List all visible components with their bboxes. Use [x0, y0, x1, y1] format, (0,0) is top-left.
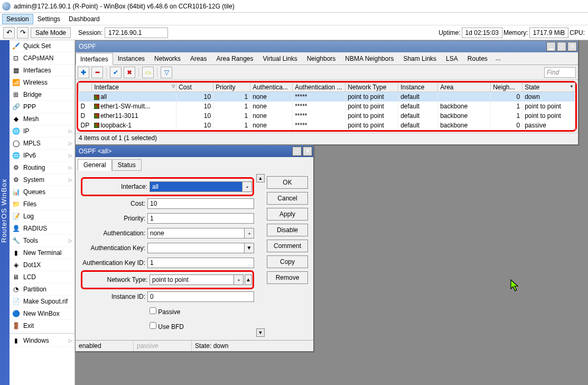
col-header[interactable]: Cost: [176, 83, 213, 92]
sidebar-item-quick-set[interactable]: 🖌️Quick Set: [10, 40, 74, 52]
col-header[interactable]: Network Type: [346, 83, 398, 92]
col-header[interactable]: Instance: [398, 83, 438, 92]
ospf-tab-neighbors[interactable]: Neighbors: [302, 52, 341, 65]
disable-button[interactable]: Disable: [267, 224, 308, 236]
priority-input[interactable]: [147, 213, 254, 224]
sidebar-item-dot1x[interactable]: ◈Dot1X: [10, 259, 74, 271]
sidebar-item-new-terminal[interactable]: ▮New Terminal: [10, 247, 74, 259]
dialog-tab-status[interactable]: Status: [112, 159, 142, 171]
find-input[interactable]: Find: [544, 67, 576, 78]
redo-button[interactable]: ↷: [17, 27, 29, 39]
col-header[interactable]: Area: [438, 83, 491, 92]
remove-button[interactable]: ━: [91, 67, 103, 78]
col-header[interactable]: Priority: [213, 83, 250, 92]
filter-button[interactable]: ▽: [161, 67, 172, 78]
safe-mode-button[interactable]: Safe Mode: [31, 28, 71, 38]
table-row[interactable]: DPloopback-1101none*****point to pointde…: [79, 121, 575, 130]
nettype-input[interactable]: [150, 274, 234, 285]
form-scroll-down-icon[interactable]: ▼: [256, 328, 265, 337]
ok-button[interactable]: OK: [267, 176, 308, 189]
col-header[interactable]: Authentica...: [250, 83, 293, 92]
ospf-tab-area-ranges[interactable]: Area Ranges: [211, 52, 258, 65]
col-header[interactable]: Neigh...: [491, 83, 522, 92]
undo-button[interactable]: ↶: [3, 27, 15, 39]
usebfd-checkbox[interactable]: Use BFD: [150, 322, 184, 331]
cancel-button[interactable]: Cancel: [267, 192, 308, 205]
ospf-tab-interfaces[interactable]: Interfaces: [76, 53, 113, 65]
comment-button[interactable]: ▭: [142, 67, 154, 78]
authkey-expand-icon[interactable]: ▼: [245, 243, 254, 253]
interface-dropdown-icon[interactable]: ⍖: [242, 181, 252, 192]
ospf-tab-virtual-links[interactable]: Virtual Links: [258, 52, 302, 65]
table-row[interactable]: Dether1-SW-mult...101none*****point to p…: [79, 102, 575, 111]
sidebar-item-tools[interactable]: 🔧Tools▷: [10, 235, 74, 247]
sidebar-item-wireless[interactable]: 📶Wireless: [10, 77, 74, 89]
table-row[interactable]: Dether11-3011101none*****point to pointd…: [79, 111, 575, 121]
nettype-up-icon[interactable]: ▲: [245, 274, 252, 285]
maximize-button[interactable]: □: [557, 42, 566, 51]
dialog-titlebar[interactable]: OSPF <all> □ ✕: [76, 145, 313, 157]
sidebar-item-new-winbox[interactable]: 🔵New WinBox: [10, 308, 74, 320]
authkey-input[interactable]: [147, 243, 245, 253]
passive-checkbox[interactable]: Passive: [150, 307, 180, 316]
dialog-tab-general[interactable]: General: [78, 159, 112, 171]
sidebar-item-files[interactable]: 📁Files: [10, 198, 74, 210]
apply-button[interactable]: Apply: [267, 208, 308, 221]
ospf-toolbar: ✚ ━ ✔ ✖ ▭ ▽ Find: [76, 65, 578, 80]
col-header[interactable]: State▼: [522, 83, 575, 92]
ospf-tabs-more[interactable]: ...: [492, 52, 504, 65]
sidebar-item-capsman[interactable]: ⊡CAPsMAN: [10, 52, 74, 65]
col-header[interactable]: [79, 83, 92, 92]
ospf-tab-lsa[interactable]: LSA: [441, 52, 463, 65]
sidebar-item-bridge[interactable]: ⊞Bridge: [10, 89, 74, 101]
dialog-close-button[interactable]: ✕: [303, 146, 312, 156]
auth-input[interactable]: [147, 228, 245, 239]
col-header[interactable]: Authentication ...: [293, 83, 346, 92]
ospf-tab-instances[interactable]: Instances: [113, 52, 150, 65]
menu-dashboard[interactable]: Dashboard: [64, 14, 104, 24]
sidebar-item-routing[interactable]: ⚙Routing▷: [10, 162, 74, 174]
sidebar-item-partition[interactable]: ◔Partition: [10, 283, 74, 296]
interface-input[interactable]: all: [150, 181, 242, 192]
sidebar-item-log[interactable]: 📝Log: [10, 210, 74, 223]
nettype-dropdown-icon[interactable]: ⍖: [234, 274, 244, 285]
sidebar-item-queues[interactable]: 📊Queues: [10, 186, 74, 198]
copy-button[interactable]: Copy: [267, 255, 308, 268]
comment-button[interactable]: Comment: [267, 240, 308, 252]
sidebar-item-make-supout.rif[interactable]: 📄Make Supout.rif: [10, 296, 74, 308]
sidebar-item-ip[interactable]: 🌐IP▷: [10, 125, 74, 138]
cost-input[interactable]: [147, 198, 254, 209]
form-scroll-up-icon[interactable]: ▲: [256, 174, 265, 182]
session-value[interactable]: 172.16.90.1: [105, 28, 168, 38]
authkeyid-input[interactable]: [147, 258, 254, 268]
sidebar-item-lcd[interactable]: 🖥LCD: [10, 271, 74, 283]
sidebar-item-mpls[interactable]: ◯MPLS▷: [10, 138, 74, 150]
ospf-tab-routes[interactable]: Routes: [463, 52, 492, 65]
ospf-tab-nbma-neighbors[interactable]: NBMA Neighbors: [340, 52, 398, 65]
ospf-tab-networks[interactable]: Networks: [150, 52, 185, 65]
close-button[interactable]: ✕: [567, 42, 577, 51]
ospf-tab-sham-links[interactable]: Sham Links: [398, 52, 441, 65]
sidebar-item-radius[interactable]: 👤RADIUS: [10, 223, 74, 235]
col-header[interactable]: Interface▽: [92, 83, 176, 92]
enable-button[interactable]: ✔: [110, 67, 122, 78]
instid-input[interactable]: [147, 291, 254, 302]
sidebar-item-exit[interactable]: 🚪Exit: [10, 320, 74, 332]
sidebar-item-interfaces[interactable]: ▦Interfaces: [10, 65, 74, 77]
auth-dropdown-icon[interactable]: ⍖: [245, 228, 254, 239]
ospf-window-title[interactable]: OSPF ▁ □ ✕: [76, 41, 578, 52]
disable-button[interactable]: ✖: [124, 67, 135, 78]
sidebar-item-mesh[interactable]: ◆Mesh: [10, 113, 74, 125]
add-button[interactable]: ✚: [78, 67, 89, 78]
sidebar-item-windows[interactable]: ▮Windows▷: [10, 335, 74, 347]
remove-button[interactable]: Remove: [267, 271, 308, 284]
minimize-button[interactable]: ▁: [546, 42, 556, 51]
table-row[interactable]: all101none*****point to pointdefault0dow…: [79, 92, 575, 102]
menu-session[interactable]: Session: [2, 14, 33, 24]
sidebar-item-ppp[interactable]: 🔗PPP: [10, 101, 74, 113]
sidebar-item-ipv6[interactable]: 🌐IPv6▷: [10, 150, 74, 162]
ospf-tab-areas[interactable]: Areas: [185, 52, 211, 65]
dialog-maximize-button[interactable]: □: [292, 146, 302, 156]
menu-settings[interactable]: Settings: [33, 14, 64, 24]
sidebar-item-system[interactable]: ⚙System▷: [10, 174, 74, 186]
